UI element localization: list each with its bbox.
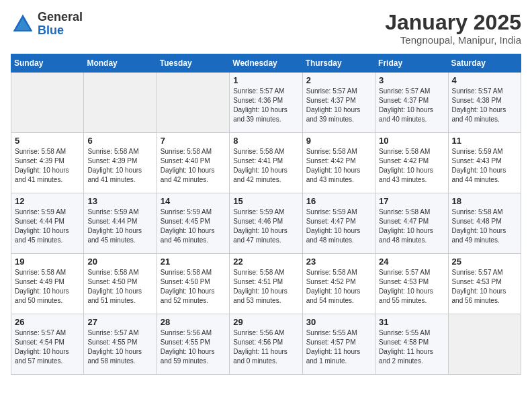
calendar-cell: 21Sunrise: 5:58 AM Sunset: 4:50 PM Dayli… [157,254,229,314]
day-info: Sunrise: 5:59 AM Sunset: 4:44 PM Dayligh… [87,208,152,245]
day-number: 11 [452,136,517,146]
day-number: 2 [306,75,371,85]
day-number: 15 [233,196,298,206]
day-number: 12 [15,196,80,206]
calendar-cell: 14Sunrise: 5:59 AM Sunset: 4:45 PM Dayli… [157,193,229,254]
day-info: Sunrise: 5:57 AM Sunset: 4:37 PM Dayligh… [379,87,444,124]
calendar-cell [84,73,157,133]
calendar-cell: 27Sunrise: 5:57 AM Sunset: 4:55 PM Dayli… [84,314,157,375]
calendar-cell: 18Sunrise: 5:58 AM Sunset: 4:48 PM Dayli… [448,193,521,254]
week-row-1: 1Sunrise: 5:57 AM Sunset: 4:36 PM Daylig… [11,73,521,133]
calendar-cell: 1Sunrise: 5:57 AM Sunset: 4:36 PM Daylig… [230,73,302,133]
day-number: 24 [379,257,444,267]
day-info: Sunrise: 5:57 AM Sunset: 4:55 PM Dayligh… [87,328,152,366]
logo: General Blue [11,11,83,38]
day-number: 10 [379,136,444,146]
day-number: 17 [379,196,444,206]
day-info: Sunrise: 5:57 AM Sunset: 4:36 PM Dayligh… [233,87,298,124]
calendar-cell [448,314,521,375]
day-number: 5 [15,136,80,146]
day-info: Sunrise: 5:58 AM Sunset: 4:41 PM Dayligh… [233,147,298,185]
day-info: Sunrise: 5:58 AM Sunset: 4:39 PM Dayligh… [15,147,80,185]
day-info: Sunrise: 5:58 AM Sunset: 4:50 PM Dayligh… [161,268,226,306]
calendar-cell [11,73,84,133]
header-monday: Monday [84,54,157,73]
calendar-cell: 29Sunrise: 5:56 AM Sunset: 4:56 PM Dayli… [230,314,302,375]
page-header: General Blue January 2025 Tengnoupal, Ma… [11,11,521,46]
calendar-cell: 31Sunrise: 5:55 AM Sunset: 4:58 PM Dayli… [375,314,448,375]
logo-general: General [38,10,83,24]
day-info: Sunrise: 5:59 AM Sunset: 4:43 PM Dayligh… [452,147,517,185]
day-info: Sunrise: 5:58 AM Sunset: 4:42 PM Dayligh… [306,147,371,185]
calendar-cell: 12Sunrise: 5:59 AM Sunset: 4:44 PM Dayli… [11,193,84,254]
week-row-3: 12Sunrise: 5:59 AM Sunset: 4:44 PM Dayli… [11,193,521,254]
day-info: Sunrise: 5:59 AM Sunset: 4:47 PM Dayligh… [306,208,371,245]
day-info: Sunrise: 5:59 AM Sunset: 4:45 PM Dayligh… [161,208,226,245]
day-info: Sunrise: 5:56 AM Sunset: 4:56 PM Dayligh… [233,328,298,366]
day-info: Sunrise: 5:59 AM Sunset: 4:46 PM Dayligh… [233,208,298,245]
day-info: Sunrise: 5:58 AM Sunset: 4:39 PM Dayligh… [87,147,152,185]
header-friday: Friday [375,54,448,73]
day-number: 20 [87,257,152,267]
day-info: Sunrise: 5:57 AM Sunset: 4:54 PM Dayligh… [15,328,80,366]
calendar-cell [157,73,229,133]
calendar-cell: 23Sunrise: 5:58 AM Sunset: 4:52 PM Dayli… [302,254,375,314]
calendar-cell: 8Sunrise: 5:58 AM Sunset: 4:41 PM Daylig… [230,133,302,193]
week-row-2: 5Sunrise: 5:58 AM Sunset: 4:39 PM Daylig… [11,133,521,193]
day-info: Sunrise: 5:55 AM Sunset: 4:57 PM Dayligh… [306,328,371,366]
day-number: 7 [161,136,226,146]
day-info: Sunrise: 5:57 AM Sunset: 4:37 PM Dayligh… [306,87,371,124]
calendar-cell: 10Sunrise: 5:58 AM Sunset: 4:42 PM Dayli… [375,133,448,193]
day-number: 21 [161,257,226,267]
title-area: January 2025 Tengnoupal, Manipur, India [385,11,521,46]
day-info: Sunrise: 5:57 AM Sunset: 4:53 PM Dayligh… [452,268,517,306]
calendar-cell: 5Sunrise: 5:58 AM Sunset: 4:39 PM Daylig… [11,133,84,193]
day-number: 22 [233,257,298,267]
calendar-cell: 30Sunrise: 5:55 AM Sunset: 4:57 PM Dayli… [302,314,375,375]
calendar-cell: 22Sunrise: 5:58 AM Sunset: 4:51 PM Dayli… [230,254,302,314]
day-info: Sunrise: 5:56 AM Sunset: 4:55 PM Dayligh… [161,328,226,366]
day-number: 3 [379,75,444,85]
day-number: 23 [306,257,371,267]
day-number: 8 [233,136,298,146]
calendar-cell: 17Sunrise: 5:58 AM Sunset: 4:47 PM Dayli… [375,193,448,254]
day-info: Sunrise: 5:58 AM Sunset: 4:40 PM Dayligh… [161,147,226,185]
calendar-cell: 20Sunrise: 5:58 AM Sunset: 4:50 PM Dayli… [84,254,157,314]
calendar-cell: 2Sunrise: 5:57 AM Sunset: 4:37 PM Daylig… [302,73,375,133]
day-number: 18 [452,196,517,206]
logo-text: General Blue [38,11,83,38]
day-number: 13 [87,196,152,206]
day-number: 29 [233,317,298,327]
week-row-4: 19Sunrise: 5:58 AM Sunset: 4:49 PM Dayli… [11,254,521,314]
day-info: Sunrise: 5:57 AM Sunset: 4:38 PM Dayligh… [452,87,517,124]
day-info: Sunrise: 5:55 AM Sunset: 4:58 PM Dayligh… [379,328,444,366]
calendar-cell: 4Sunrise: 5:57 AM Sunset: 4:38 PM Daylig… [448,73,521,133]
header-row: SundayMondayTuesdayWednesdayThursdayFrid… [11,54,521,73]
location: Tengnoupal, Manipur, India [385,34,521,46]
logo-icon [11,12,35,36]
header-tuesday: Tuesday [157,54,229,73]
day-info: Sunrise: 5:58 AM Sunset: 4:42 PM Dayligh… [379,147,444,185]
day-info: Sunrise: 5:58 AM Sunset: 4:47 PM Dayligh… [379,208,444,245]
day-info: Sunrise: 5:58 AM Sunset: 4:49 PM Dayligh… [15,268,80,306]
week-row-5: 26Sunrise: 5:57 AM Sunset: 4:54 PM Dayli… [11,314,521,375]
calendar-cell: 25Sunrise: 5:57 AM Sunset: 4:53 PM Dayli… [448,254,521,314]
calendar-cell: 6Sunrise: 5:58 AM Sunset: 4:39 PM Daylig… [84,133,157,193]
day-info: Sunrise: 5:58 AM Sunset: 4:51 PM Dayligh… [233,268,298,306]
day-number: 26 [15,317,80,327]
day-info: Sunrise: 5:58 AM Sunset: 4:52 PM Dayligh… [306,268,371,306]
calendar-cell: 26Sunrise: 5:57 AM Sunset: 4:54 PM Dayli… [11,314,84,375]
calendar-cell: 19Sunrise: 5:58 AM Sunset: 4:49 PM Dayli… [11,254,84,314]
day-number: 31 [379,317,444,327]
day-number: 9 [306,136,371,146]
calendar-cell: 15Sunrise: 5:59 AM Sunset: 4:46 PM Dayli… [230,193,302,254]
day-number: 30 [306,317,371,327]
day-number: 6 [87,136,152,146]
calendar-cell: 24Sunrise: 5:57 AM Sunset: 4:53 PM Dayli… [375,254,448,314]
day-number: 16 [306,196,371,206]
calendar-cell: 3Sunrise: 5:57 AM Sunset: 4:37 PM Daylig… [375,73,448,133]
calendar-cell: 28Sunrise: 5:56 AM Sunset: 4:55 PM Dayli… [157,314,229,375]
day-number: 4 [452,75,517,85]
calendar-cell: 16Sunrise: 5:59 AM Sunset: 4:47 PM Dayli… [302,193,375,254]
header-wednesday: Wednesday [230,54,302,73]
